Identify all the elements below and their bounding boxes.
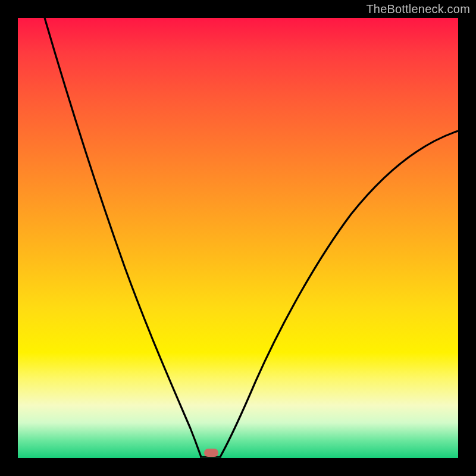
optimal-marker	[204, 449, 218, 457]
curve-right-branch	[220, 131, 458, 457]
watermark-text: TheBottleneck.com	[366, 2, 470, 16]
curve-left-branch	[45, 18, 201, 457]
bottleneck-curve	[18, 18, 458, 458]
plot-area	[18, 18, 458, 458]
chart-frame: TheBottleneck.com	[0, 0, 476, 476]
